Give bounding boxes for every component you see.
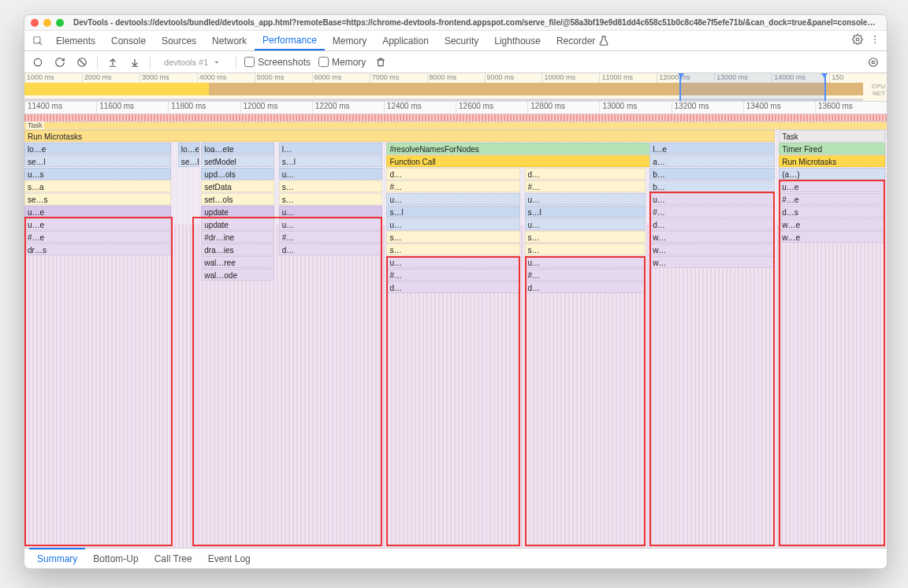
download-icon[interactable] [128,55,142,69]
tab-event-log[interactable]: Event Log [200,549,259,568]
flame-bar[interactable]: #…e [779,193,885,205]
inspect-icon[interactable] [28,31,48,50]
tab-console[interactable]: Console [103,31,154,50]
bar-task[interactable]: Task [779,130,885,142]
memory-toggle[interactable]: Memory [318,57,366,68]
window-controls [31,19,64,27]
svg-point-8 [869,58,878,66]
trash-icon[interactable] [374,55,388,69]
chevron-down-icon [211,57,222,68]
perf-toolbar: devtools #1 Screenshots Memory [24,51,887,73]
clear-icon[interactable] [75,55,89,69]
svg-point-2 [874,35,876,37]
tab-security[interactable]: Security [437,31,486,50]
kebab-icon[interactable] [869,34,880,47]
tab-recorder[interactable]: Recorder [549,31,617,50]
settings-icon[interactable] [852,34,863,47]
svg-point-3 [874,39,876,40]
svg-point-5 [34,58,41,65]
tab-bottom-up[interactable]: Bottom-Up [85,549,146,568]
network-strip [24,114,887,122]
flame-bar[interactable]: u…e [779,180,885,192]
flame-bar[interactable]: d…s [779,206,885,218]
upload-icon[interactable] [106,55,120,69]
devtools-window: DevTools - devtools://devtools/bundled/d… [24,14,888,569]
tab-sources[interactable]: Sources [154,31,204,50]
flame-bar[interactable]: w…e [779,218,885,230]
flame-bar[interactable]: (a…) [779,168,885,180]
overview-selection[interactable] [679,73,826,101]
screenshots-label: Screenshots [258,57,311,68]
flame-bar[interactable]: w…e [779,231,885,243]
tab-elements[interactable]: Elements [48,31,103,50]
svg-point-1 [856,38,859,41]
main-tabs: Elements Console Sources Network Perform… [24,31,887,51]
record-icon[interactable] [31,55,45,69]
flame-bar[interactable]: #… [525,269,646,281]
maximize-icon[interactable] [56,19,64,27]
timeline-overview[interactable]: 1000 ms2000 ms3000 ms 4000 ms5000 ms6000… [24,73,887,102]
tab-summary[interactable]: Summary [29,548,85,568]
tab-application[interactable]: Application [374,31,437,50]
close-icon[interactable] [31,19,39,27]
tab-performance[interactable]: Performance [255,31,325,50]
tab-network[interactable]: Network [204,31,255,50]
minimize-icon[interactable] [43,19,51,27]
titlebar: DevTools - devtools://devtools/bundled/d… [24,15,887,31]
flame-chart[interactable]: Run Microtasks lo…e se…l u…s s…a se…s u…… [24,130,887,548]
tab-memory[interactable]: Memory [325,31,374,50]
memory-label: Memory [332,57,366,68]
bar-run-microtasks[interactable]: Run Microtasks [779,155,885,167]
flame-ruler: 11400 ms11600 ms11800 ms 12000 ms12200 m… [24,102,887,114]
flame-bar[interactable]: w… [649,256,775,268]
task-label: Task [26,121,44,129]
window-title: DevTools - devtools://devtools/bundled/d… [73,18,880,27]
tab-lighthouse[interactable]: Lighthouse [486,31,549,50]
screenshots-toggle[interactable]: Screenshots [244,57,311,68]
profile-select[interactable]: devtools #1 [158,54,228,70]
svg-point-7 [872,61,875,64]
details-tabs: Summary Bottom-Up Call Tree Event Log [24,548,887,568]
flame-bar[interactable]: d… [525,281,646,293]
flask-icon [598,35,609,47]
tab-call-tree[interactable]: Call Tree [147,549,200,568]
profile-select-label: devtools #1 [164,58,208,67]
bar-timer-fired[interactable]: Timer Fired [779,143,885,154]
timing-strip: Task [24,122,887,130]
tab-recorder-label: Recorder [556,35,595,47]
reload-icon[interactable] [53,55,67,69]
overview-side-labels: CPUNET [872,83,885,97]
perf-settings-icon[interactable] [866,55,880,69]
flame-bar[interactable]: w… [649,244,775,255]
svg-point-4 [874,42,876,43]
